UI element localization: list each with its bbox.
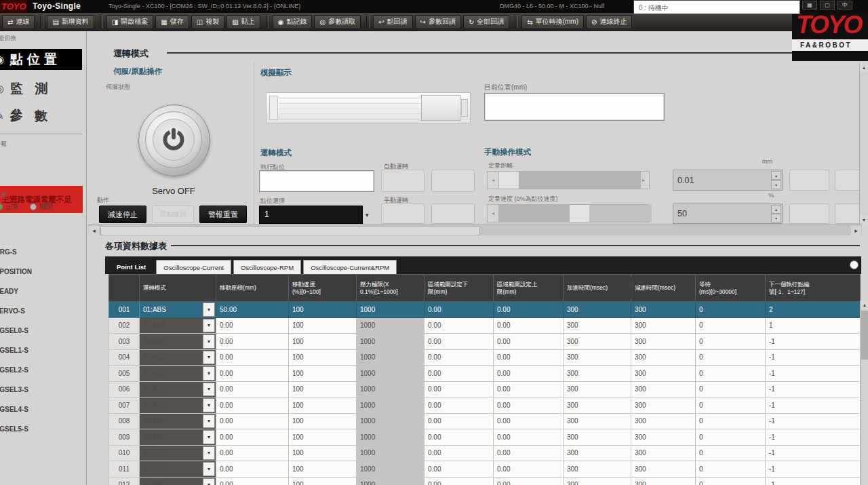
cell-zone_low[interactable]: 0.00 <box>425 381 494 397</box>
cell-zone_high[interactable]: 0.00 <box>494 461 564 478</box>
cell-zone_high[interactable]: 0.00 <box>494 381 564 397</box>
cell-wait[interactable]: 0 <box>696 317 766 334</box>
mode-dropdown-button[interactable]: ▾ <box>203 319 215 333</box>
distance-slider[interactable]: ◂ ▸ <box>487 171 650 189</box>
cell-pressure[interactable]: 1000 <box>357 381 425 397</box>
toolbar-button-all-readback[interactable]: ↻全部回讀 <box>463 15 509 29</box>
cell-zone_low[interactable]: 0.00 <box>425 461 494 478</box>
cell-wait[interactable]: 0 <box>696 349 766 366</box>
cell-zone_low[interactable]: 0.00 <box>425 334 494 350</box>
cell-pressure[interactable]: 1000 <box>357 366 425 382</box>
cell-acc[interactable]: 300 <box>564 429 631 446</box>
cell-mode[interactable]: 00:INC▾ <box>140 381 216 397</box>
cell-zone_low[interactable]: 0.00 <box>425 413 494 429</box>
cell-zone_high[interactable]: 0.00 <box>494 349 564 366</box>
cell-acc[interactable]: 300 <box>564 381 631 397</box>
toolbar-button-save[interactable]: ▦儲存 <box>155 15 189 29</box>
window-icon[interactable]: ▢ <box>820 1 835 9</box>
cell-acc[interactable]: 300 <box>564 334 631 350</box>
cell-mode[interactable]: 01:ABS▾ <box>140 317 216 334</box>
cell-next[interactable]: -1 <box>766 349 861 366</box>
cell-zone_high[interactable]: 0.00 <box>494 445 564 461</box>
cell-next[interactable]: -1 <box>766 477 861 485</box>
cell-speed[interactable]: 100 <box>289 381 357 397</box>
cell-zone_high[interactable]: 0.00 <box>494 397 564 414</box>
cell-coord[interactable]: 0.00 <box>216 429 289 446</box>
cell-pressure[interactable]: 1000 <box>357 477 425 485</box>
cell-pressure[interactable]: 1000 <box>357 445 425 461</box>
jog-back-button[interactable] <box>789 203 829 224</box>
cell-zone_low[interactable]: 0.00 <box>425 349 494 366</box>
panel-vertical-scrollbar[interactable]: ▲ ▼ <box>859 63 868 225</box>
scroll-right-icon[interactable]: ▸ <box>851 226 861 235</box>
cell-coord[interactable]: 50.00 <box>216 302 289 318</box>
row-number-cell[interactable]: 009 <box>109 429 140 446</box>
cell-dec[interactable]: 300 <box>631 334 696 350</box>
row-number-cell[interactable]: 002 <box>109 317 140 334</box>
mode-dropdown-button[interactable]: ▾ <box>203 430 215 444</box>
auto-start-button[interactable] <box>381 170 425 192</box>
table-scrollbar-thumb[interactable] <box>861 311 868 360</box>
cell-zone_low[interactable]: 0.00 <box>425 429 494 446</box>
scroll-down-icon[interactable]: ▼ <box>860 216 868 225</box>
row-number-cell[interactable]: 007 <box>109 397 140 414</box>
cell-wait[interactable]: 0 <box>696 461 766 478</box>
row-number-cell[interactable]: 001 <box>109 302 140 318</box>
cell-next[interactable]: 1 <box>766 317 861 334</box>
cell-mode[interactable]: 00:INC▾ <box>140 429 216 446</box>
cell-speed[interactable]: 100 <box>289 334 357 350</box>
mode-dropdown-button[interactable]: ▾ <box>203 351 215 365</box>
cell-zone_high[interactable]: 0.00 <box>494 317 564 334</box>
keyboard-icon[interactable]: ▦ <box>802 1 817 9</box>
cell-zone_low[interactable]: 0.00 <box>425 317 494 334</box>
sidebar-item-parameter[interactable]: ✎參 數 <box>0 105 82 126</box>
cell-mode[interactable]: 00:INC▾ <box>140 413 216 429</box>
mode-dropdown-button[interactable]: ▾ <box>203 414 215 429</box>
tab-oscilloscope-rpm[interactable]: Oscilloscope-RPM <box>233 260 301 274</box>
scroll-up-icon[interactable]: ▲ <box>860 63 868 72</box>
cell-coord[interactable]: 0.00 <box>216 397 289 414</box>
cell-pressure[interactable]: 1000 <box>357 334 425 350</box>
row-number-cell[interactable]: 004 <box>109 349 140 366</box>
cell-coord[interactable]: 0.00 <box>216 477 289 485</box>
scroll-left-icon[interactable]: ◂ <box>89 226 99 235</box>
cell-mode[interactable]: 00:INC▾ <box>140 334 216 350</box>
spin-up-icon[interactable]: ▴ <box>771 205 781 214</box>
cell-speed[interactable]: 100 <box>289 366 357 382</box>
cell-dec[interactable]: 300 <box>631 381 696 397</box>
cell-mode[interactable]: 00:INC▾ <box>140 366 216 382</box>
scroll-up-icon[interactable]: ▲ <box>861 300 868 309</box>
toolbar-button-paste[interactable]: ▧貼上 <box>226 15 260 29</box>
cell-wait[interactable]: 0 <box>696 366 766 382</box>
cell-wait[interactable]: 0 <box>696 381 766 397</box>
cell-next[interactable]: -1 <box>766 381 861 397</box>
jog-plus-button[interactable] <box>431 203 475 224</box>
spin-up-icon[interactable]: ▴ <box>771 171 781 180</box>
spin-down-icon[interactable]: ▾ <box>771 180 781 189</box>
toolbar-button-open-file[interactable]: ◨開啟檔案 <box>106 15 153 29</box>
cell-pressure[interactable]: 1000 <box>357 397 425 414</box>
point-select-dropdown[interactable]: 1 <box>259 206 363 224</box>
cell-wait[interactable]: 0 <box>696 397 766 414</box>
mode-dropdown-button[interactable]: ▾ <box>203 478 215 485</box>
row-number-cell[interactable]: 008 <box>109 413 140 429</box>
cell-next[interactable]: 2 <box>766 302 861 318</box>
cell-acc[interactable]: 300 <box>564 349 631 366</box>
toolbar-button-param-read[interactable]: ◎參數讀取 <box>314 15 361 29</box>
cell-coord[interactable]: 0.00 <box>216 317 289 334</box>
cell-mode[interactable]: 00:INC▾ <box>140 397 216 414</box>
alarm-reset-button[interactable]: 警報重置 <box>199 206 247 223</box>
toolbar-button-new-data[interactable]: ▤新增資料 <box>47 15 94 29</box>
cell-next[interactable]: -1 <box>766 366 861 382</box>
cell-zone_high[interactable]: 0.00 <box>494 429 564 446</box>
cell-pressure[interactable]: 1000 <box>357 461 425 478</box>
cell-next[interactable]: -1 <box>766 334 861 350</box>
cell-mode[interactable]: 00:INC▾ <box>140 349 216 366</box>
cell-zone_high[interactable]: 0.00 <box>494 302 564 318</box>
cell-pressure[interactable]: 1000 <box>357 413 425 429</box>
cell-coord[interactable]: 0.00 <box>216 381 289 397</box>
cell-coord[interactable]: 0.00 <box>216 349 289 366</box>
tab-strip-circle-icon[interactable] <box>850 260 859 269</box>
tab-oscilloscope-current-rpm[interactable]: Oscilloscope-Current&RPM <box>303 260 397 274</box>
auto-pause-button[interactable] <box>431 170 475 192</box>
